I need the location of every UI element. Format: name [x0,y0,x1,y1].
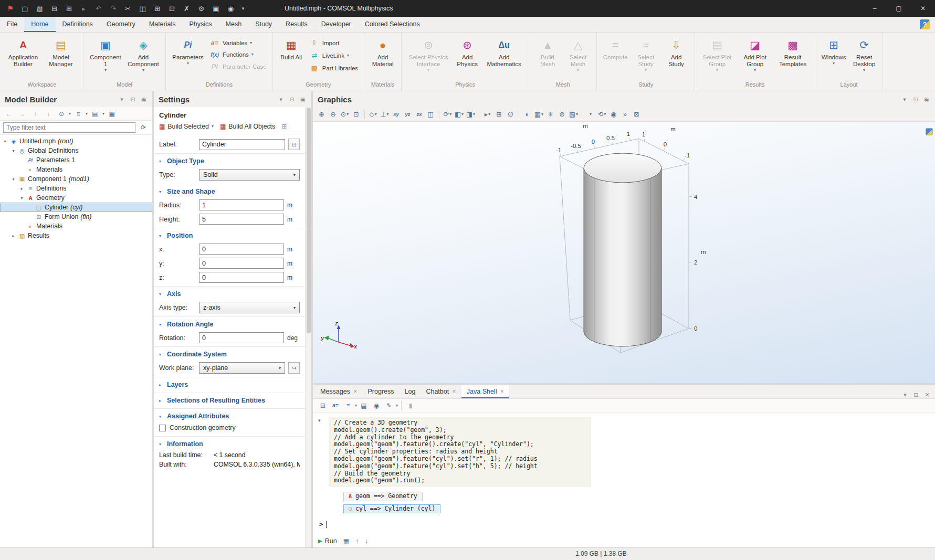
create-selection-button[interactable]: ⊡ [288,139,300,150]
graphics-side-panel-handle[interactable] [926,128,933,135]
expander-icon[interactable]: ▸ [10,234,16,238]
axis-orientation-icon[interactable]: ⊥▾ [379,109,390,120]
tree-item-component[interactable]: ▾ ▣ Component 1 (mod1) [0,174,152,184]
section-attributes-header[interactable]: ▾ Assigned Attributes [154,409,305,422]
run-button[interactable]: ▶ Run [318,537,337,545]
section-object-type-header[interactable]: ▾ Object Type [154,154,305,167]
expander-icon[interactable]: ▾ [10,149,16,153]
view-menu-icon[interactable]: ▾ [585,109,596,120]
close-tab-icon[interactable]: ✕ [353,389,358,394]
add-node-icon[interactable]: ⊞ [317,400,329,411]
add-material-button[interactable]: ● Add Material [368,35,397,77]
panel-menu-icon[interactable]: ▾ [118,96,125,103]
delete-icon[interactable]: ✗ [180,2,194,15]
scene-appearance-icon[interactable]: ◧▾ [454,109,465,120]
section-rotation-header[interactable]: ▾ Rotation Angle [154,317,305,331]
show-options-icon[interactable]: ⊙ [56,109,67,119]
orbit-icon[interactable]: ⟳▾ [442,109,453,120]
float-panel-icon[interactable]: ⊡ [288,96,296,103]
go-to-xy-view-button[interactable]: xy [391,109,402,120]
tab-mesh[interactable]: Mesh [219,17,249,32]
result-templates-button[interactable]: ▩ Result Templates [774,35,811,77]
tree-item-root[interactable]: ▾ ◈ Untitled.mph (root) [0,136,152,146]
code-block[interactable]: // Create a 3D geometry model.geom().cre… [329,417,591,487]
objects-list-button[interactable]: ⊞ [281,123,287,130]
tree-item-geometry[interactable]: ▾ A Geometry [0,193,152,203]
save-as-icon[interactable]: ⊞ [62,2,76,15]
add-component-button[interactable]: ◈ Add Component ▾ [125,35,162,77]
environment-icon[interactable]: ◨▾ [465,109,476,120]
add-mathematics-button[interactable]: Δu Add Mathematics [483,35,525,77]
work-plane-select[interactable]: xy-plane ▾ [199,362,285,374]
sync-icon[interactable]: ⟲▾ [596,109,607,120]
go-to-zx-view-button[interactable]: zx [414,109,425,120]
add-physics-button[interactable]: ⊛ Add Physics [453,35,482,77]
refresh-icon[interactable]: ⟳ [138,122,149,133]
deselect-icon[interactable]: ∅ [505,109,516,120]
help-button[interactable]: ? [920,19,930,29]
animation-icon[interactable]: » [619,109,631,120]
duplicate-icon[interactable]: ⊡ [165,2,179,15]
customize-toolbar-icon[interactable]: ▾ [238,2,248,15]
color-icon[interactable]: ▧▾ [568,109,579,120]
close-panel-icon[interactable]: ✕ [923,392,931,398]
print-icon[interactable]: ⊠ [631,109,642,120]
tree-filter-input[interactable] [3,122,135,133]
go-to-work-plane-button[interactable]: ↪ [288,362,300,374]
radius-input[interactable] [199,199,284,210]
text-cursor[interactable] [326,521,327,528]
component-button[interactable]: ▣ Component 1 ▾ [87,35,124,77]
tab-log[interactable]: Log [400,385,421,398]
reset-desktop-button[interactable]: ⟳ Reset Desktop ▾ [849,35,879,77]
close-tab-icon[interactable]: ✕ [500,389,504,394]
pin-panel-icon[interactable]: ◉ [299,96,307,103]
open-file-icon[interactable]: ▧ [33,2,47,15]
copy-icon[interactable]: ◫ [135,2,150,15]
section-coordinate-system-header[interactable]: ▾ Coordinate System [154,347,305,361]
tab-geometry[interactable]: Geometry [100,17,142,32]
tab-colored-selections[interactable]: Colored Selections [358,17,427,32]
cylinder-object[interactable] [584,153,661,346]
autocomplete-icon[interactable]: a= [330,400,341,411]
organize-icon[interactable]: ≡ [342,400,354,411]
section-position-header[interactable]: ▾ Position [154,228,305,242]
z-input[interactable] [199,272,284,283]
tree-item-definitions[interactable]: ▸ ≡ Definitions [0,184,152,193]
panel-menu-icon[interactable]: ▾ [901,392,909,398]
livelink-button[interactable]: ⇄ LiveLink ▾ [307,51,360,60]
tree-item-cylinder[interactable]: ▢ Cylinder (cyl) [0,203,152,212]
variables-button[interactable]: a= Variables ▾ [207,38,269,47]
preferences-icon[interactable]: ⚙ [194,2,208,15]
go-to-default-view-icon[interactable]: ◇▾ [367,109,379,120]
tab-study[interactable]: Study [248,17,279,32]
tab-messages[interactable]: Messages ✕ [315,385,363,398]
expander-icon[interactable]: ▾ [19,196,25,200]
zoom-extents-icon[interactable]: ⊙▾ [339,109,350,120]
construction-geometry-checkbox[interactable] [159,425,166,431]
tree-item-results[interactable]: ▸ ▧ Results [0,231,152,240]
height-input[interactable] [199,214,284,225]
windows-button[interactable]: ⊞ Windows ▾ [819,35,848,77]
section-layers-header[interactable]: ▸ Layers [154,377,305,391]
keyboard-icon[interactable]: ▦ [343,537,349,545]
section-size-shape-header[interactable]: ▾ Size and Shape [154,184,305,198]
tree-item-global-materials[interactable]: ◐ Materials [0,165,152,174]
y-input[interactable] [199,258,284,269]
image-snapshot-icon[interactable]: ◉ [608,109,619,120]
zoom-out-icon[interactable]: ⊖ [328,109,339,120]
maximize-button[interactable]: ▢ [887,0,911,17]
tab-file[interactable]: File [0,17,24,32]
node-text-icon[interactable]: ≡ [72,109,84,119]
expander-icon[interactable]: ▸ [19,186,25,191]
tree-item-global-definitions[interactable]: ▾ ◎ Global Definitions [0,146,152,155]
tab-chatbot[interactable]: Chatbot ✕ [421,385,461,398]
tab-developer[interactable]: Developer [314,17,358,32]
go-to-yz-view-button[interactable]: yz [402,109,413,120]
tab-results[interactable]: Results [279,17,314,32]
zoom-box-icon[interactable]: ⊡ [351,109,362,120]
float-panel-icon[interactable]: ⊡ [912,96,919,103]
close-tab-icon[interactable]: ✕ [452,389,456,394]
java-shell-content[interactable]: ▾ // Create a 3D geometry model.geom().c… [313,413,935,534]
add-plot-group-button[interactable]: ◪ Add Plot Group ▾ [737,35,773,77]
graphics-scene[interactable]: m m m 1 0.5 0 -0.5 -1 1 0 -1 4 2 0 [313,122,935,383]
